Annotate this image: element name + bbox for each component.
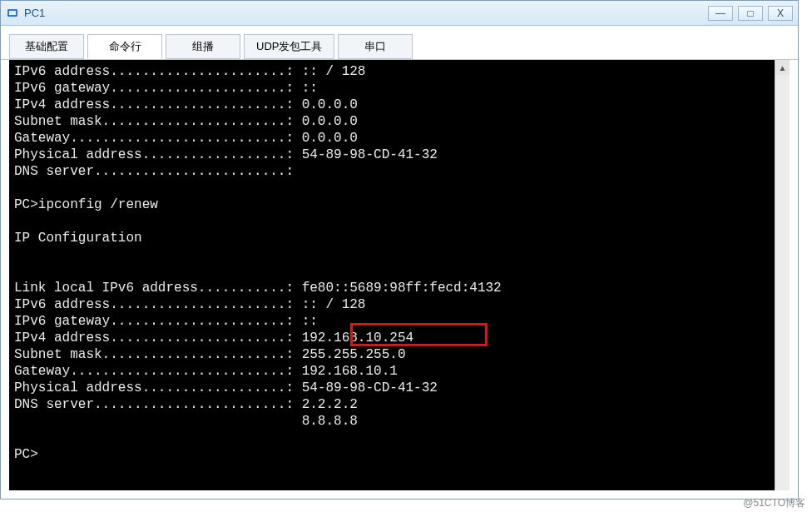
app-window: PC1 — □ X 基础配置 命令行 组播 UDP发包工具 串口 IPv6 ad… (0, 0, 799, 500)
window-buttons: — □ X (708, 6, 793, 21)
terminal-container: IPv6 address......................: :: /… (1, 60, 798, 499)
highlight-ipv4-address (350, 323, 488, 346)
titlebar: PC1 — □ X (1, 1, 798, 26)
terminal-output[interactable]: IPv6 address......................: :: /… (9, 60, 775, 490)
minimize-button[interactable]: — (708, 6, 733, 21)
scroll-up-arrow[interactable]: ▲ (775, 60, 790, 75)
tab-basic-config[interactable]: 基础配置 (9, 34, 84, 59)
window-title: PC1 (24, 7, 708, 19)
tab-bar: 基础配置 命令行 组播 UDP发包工具 串口 (1, 26, 798, 60)
maximize-button[interactable]: □ (738, 6, 763, 21)
tab-multicast[interactable]: 组播 (166, 34, 240, 59)
close-button[interactable]: X (768, 6, 793, 21)
app-icon (6, 7, 19, 20)
watermark: @51CTO博客 (743, 496, 805, 510)
vertical-scrollbar[interactable]: ▲ (775, 60, 790, 490)
tab-serial[interactable]: 串口 (338, 34, 413, 59)
svg-rect-1 (9, 11, 16, 15)
tab-udp-tool[interactable]: UDP发包工具 (244, 34, 334, 59)
tab-cli[interactable]: 命令行 (87, 34, 162, 59)
